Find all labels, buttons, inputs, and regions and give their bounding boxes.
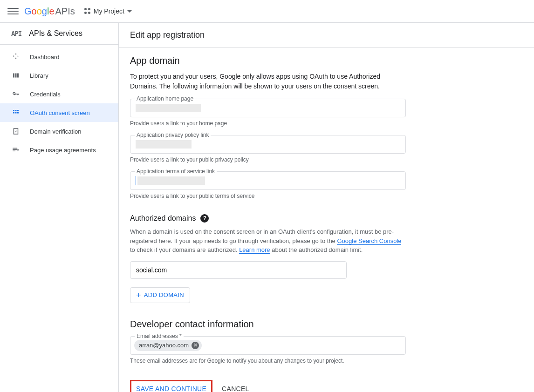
tos-helper: Provide users a link to your public term… bbox=[130, 193, 406, 199]
google-search-console-link[interactable]: Google Search Console bbox=[337, 237, 401, 245]
cancel-button[interactable]: CANCEL bbox=[222, 385, 249, 392]
add-domain-label: ADD DOMAIN bbox=[144, 291, 184, 298]
redacted-value bbox=[137, 176, 205, 185]
authorized-domains-description: When a domain is used on the consent scr… bbox=[130, 227, 406, 255]
privacy-helper: Provide users a link to your public priv… bbox=[130, 156, 406, 163]
add-domain-button[interactable]: + ADD DOMAIN bbox=[130, 287, 190, 303]
project-dots-icon bbox=[84, 8, 91, 14]
tos-label: Application terms of service link bbox=[135, 168, 217, 175]
apis-label: APIs bbox=[55, 6, 75, 17]
sidebar-item-label: Credentials bbox=[30, 91, 61, 98]
email-chip-text: arran@yahoo.com bbox=[139, 342, 189, 349]
redacted-value bbox=[136, 104, 201, 112]
sidebar-item-credentials[interactable]: Credentials bbox=[0, 85, 118, 103]
privacy-label: Application privacy policy link bbox=[135, 132, 211, 138]
authorized-domains-heading: Authorized domains bbox=[130, 214, 196, 223]
app-domain-heading: App domain bbox=[130, 55, 406, 66]
google-apis-logo[interactable]: Google APIs bbox=[24, 6, 75, 17]
chevron-down-icon bbox=[127, 10, 132, 13]
sidebar-item-label: Dashboard bbox=[30, 54, 60, 61]
help-icon[interactable]: ? bbox=[200, 214, 209, 223]
sidebar-header: API APIs & Services bbox=[0, 23, 118, 45]
email-helper: These email addresses are for Google to … bbox=[130, 358, 406, 364]
redacted-value bbox=[136, 140, 192, 149]
hamburger-menu-icon[interactable] bbox=[7, 6, 19, 17]
key-icon bbox=[11, 89, 21, 99]
top-bar: Google APIs My Project bbox=[0, 0, 534, 23]
agreements-icon bbox=[11, 145, 21, 155]
sidebar: API APIs & Services Dashboard Library Cr… bbox=[0, 23, 119, 392]
sidebar-item-label: Page usage agreements bbox=[30, 147, 96, 154]
library-icon bbox=[11, 71, 21, 80]
sidebar-item-label: Library bbox=[30, 72, 48, 79]
project-selector[interactable]: My Project bbox=[84, 7, 132, 15]
sidebar-title: APIs & Services bbox=[29, 29, 82, 38]
email-addresses-label: Email addresses * bbox=[135, 333, 184, 339]
save-and-continue-highlight: SAVE AND CONTINUE bbox=[130, 380, 212, 392]
home-page-helper: Provide users a link to your home page bbox=[130, 120, 406, 127]
main-content: Edit app registration App domain To prot… bbox=[119, 23, 534, 392]
verified-icon bbox=[11, 127, 21, 136]
dashboard-icon bbox=[11, 52, 21, 61]
sidebar-item-library[interactable]: Library bbox=[0, 66, 118, 85]
save-and-continue-button[interactable]: SAVE AND CONTINUE bbox=[136, 385, 206, 392]
sidebar-item-label: Domain verification bbox=[30, 128, 82, 135]
api-icon: API bbox=[11, 30, 21, 37]
remove-chip-icon[interactable]: ✕ bbox=[192, 342, 199, 349]
sidebar-item-page-usage-agreements[interactable]: Page usage agreements bbox=[0, 141, 118, 159]
authorized-domain-input[interactable] bbox=[130, 261, 347, 279]
sidebar-item-label: OAuth consent screen bbox=[30, 109, 90, 116]
email-chip: arran@yahoo.com ✕ bbox=[134, 340, 202, 351]
sidebar-item-oauth-consent-screen[interactable]: OAuth consent screen bbox=[0, 103, 118, 122]
consent-icon bbox=[11, 108, 21, 117]
developer-contact-heading: Developer contact information bbox=[130, 319, 406, 330]
page-title: Edit app registration bbox=[130, 30, 523, 40]
project-name: My Project bbox=[94, 7, 124, 15]
sidebar-item-dashboard[interactable]: Dashboard bbox=[0, 47, 118, 66]
text-cursor bbox=[136, 176, 136, 185]
home-page-label: Application home page bbox=[135, 95, 195, 102]
plus-icon: + bbox=[136, 291, 141, 299]
learn-more-link[interactable]: Learn more bbox=[239, 246, 270, 254]
app-domain-description: To protect you and your users, Google on… bbox=[130, 72, 406, 91]
sidebar-item-domain-verification[interactable]: Domain verification bbox=[0, 122, 118, 141]
